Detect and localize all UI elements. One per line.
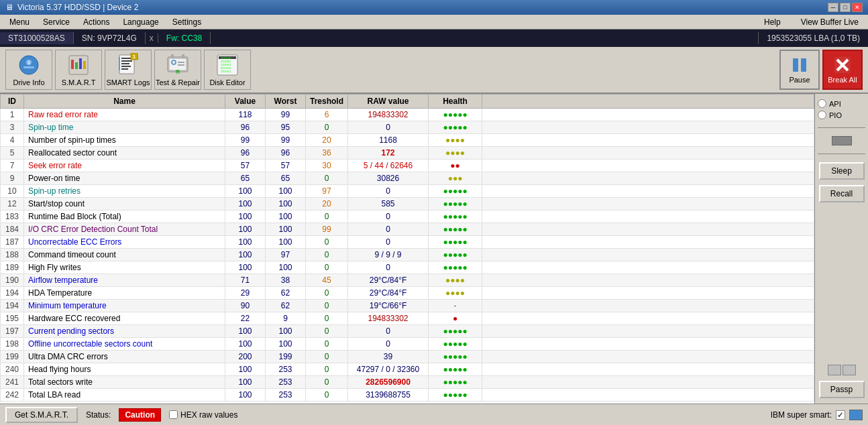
table-row[interactable]: 197 Current pending sectors 100 100 0 0 … bbox=[1, 325, 814, 338]
cell-name: Hardware ECC recovered bbox=[24, 312, 225, 325]
menu-menu[interactable]: Menu bbox=[3, 16, 36, 28]
table-row[interactable]: 3 Spin-up time 96 95 0 0 ●●●●● bbox=[1, 121, 814, 134]
menu-service[interactable]: Service bbox=[36, 16, 76, 28]
cell-value: 99 bbox=[225, 134, 266, 147]
fw-value: CC38 bbox=[182, 34, 203, 43]
cell-health: ●●●● bbox=[429, 287, 482, 300]
cell-extra bbox=[482, 160, 814, 172]
right-panel: API PIO Sleep Recall Passp bbox=[814, 94, 868, 404]
smart-label: S.M.A.R.T bbox=[62, 78, 96, 86]
close-drive-button[interactable]: x bbox=[146, 34, 158, 43]
cell-name: Airflow temperature bbox=[24, 274, 225, 287]
table-row[interactable]: 4 Number of spin-up times 99 99 20 1168 … bbox=[1, 134, 814, 147]
cell-name: Ultra DMA CRC errors bbox=[24, 351, 225, 363]
cell-value: 100 bbox=[225, 376, 266, 389]
table-row[interactable]: 194 HDA Temperature 29 62 0 29°C/84°F ●●… bbox=[1, 287, 814, 300]
table-row[interactable]: 242 Total LBA read 100 253 0 3139688755 … bbox=[1, 389, 814, 402]
table-row[interactable]: 199 Ultra DMA CRC errors 200 199 0 39 ●●… bbox=[1, 351, 814, 363]
menu-actions[interactable]: Actions bbox=[76, 16, 116, 28]
table-row[interactable]: 240 Head flying hours 100 253 0 47297 / … bbox=[1, 363, 814, 376]
table-row[interactable]: 195 Hardware ECC recovered 22 9 0 194833… bbox=[1, 312, 814, 325]
pio-radio[interactable]: PIO bbox=[818, 111, 865, 119]
recall-button[interactable]: Recall bbox=[819, 185, 865, 202]
ibm-checkbox[interactable]: ✓ bbox=[836, 410, 845, 420]
cell-health: ●●●●● bbox=[429, 210, 482, 223]
smart-logs-icon: 0 1 bbox=[116, 53, 140, 77]
cell-value: 22 bbox=[225, 312, 266, 325]
cell-threshold: 6 bbox=[306, 109, 348, 121]
pause-button[interactable]: Pause bbox=[779, 50, 820, 90]
status-bar: Get S.M.A.R.T. Status: Caution HEX raw v… bbox=[0, 404, 868, 425]
smart-table: ID Name Value Worst Treshold RAW value H… bbox=[0, 94, 814, 402]
table-row[interactable]: 194 Minimum temperature 90 62 0 19°C/66°… bbox=[1, 300, 814, 312]
cell-threshold: 45 bbox=[306, 274, 348, 287]
table-row[interactable]: 184 I/O CRC Error Detection Count Total … bbox=[1, 223, 814, 236]
table-row[interactable]: 183 Runtime Bad Block (Total) 100 100 0 … bbox=[1, 210, 814, 223]
test-repair-button[interactable]: + Test & Repair bbox=[154, 50, 201, 90]
api-radio[interactable]: API bbox=[818, 99, 865, 108]
table-row[interactable]: 187 Uncorrectable ECC Errors 100 100 0 0… bbox=[1, 236, 814, 249]
menu-settings[interactable]: Settings bbox=[166, 16, 208, 28]
cell-health: ●●●● bbox=[429, 147, 482, 160]
table-row[interactable]: 1 Raw read error rate 118 99 6 194833302… bbox=[1, 109, 814, 121]
drive-info-button[interactable]: i Drive Info bbox=[5, 50, 52, 90]
maximize-button[interactable]: □ bbox=[840, 3, 851, 12]
hex-raw-checkbox-group[interactable]: HEX raw values bbox=[169, 410, 237, 420]
cell-id: 10 bbox=[1, 185, 24, 198]
disk-editor-button[interactable]: 1010110 0101001 1100101 0011010 1001011 … bbox=[204, 50, 251, 90]
menu-view-buffer[interactable]: View Buffer Live bbox=[794, 16, 865, 28]
cell-health: ●●●●● bbox=[429, 223, 482, 236]
cell-value: 100 bbox=[225, 210, 266, 223]
cell-health: ●●●● bbox=[429, 274, 482, 287]
pio-radio-input[interactable] bbox=[818, 111, 826, 119]
hex-raw-checkbox[interactable] bbox=[169, 410, 178, 419]
table-row[interactable]: 241 Total sectors write 100 253 0 282659… bbox=[1, 376, 814, 389]
disk-editor-label: Disk Editor bbox=[209, 78, 245, 86]
menu-language[interactable]: Language bbox=[116, 16, 165, 28]
sleep-button[interactable]: Sleep bbox=[819, 162, 865, 180]
pio-label: PIO bbox=[829, 111, 842, 119]
cell-value: 100 bbox=[225, 236, 266, 249]
table-row[interactable]: 9 Power-on time 65 65 0 30826 ●●● bbox=[1, 172, 814, 185]
break-all-button[interactable]: Break All bbox=[822, 50, 863, 90]
table-row[interactable]: 198 Offline uncorrectable sectors count … bbox=[1, 338, 814, 351]
color-bars bbox=[828, 365, 856, 375]
cell-threshold: 0 bbox=[306, 236, 348, 249]
smart-table-area[interactable]: ID Name Value Worst Treshold RAW value H… bbox=[0, 94, 814, 404]
cell-name: Head flying hours bbox=[24, 363, 225, 376]
table-row[interactable]: 5 Reallocated sector count 96 96 36 172 … bbox=[1, 147, 814, 160]
table-row[interactable]: 12 Start/stop count 100 100 20 585 ●●●●● bbox=[1, 198, 814, 210]
cell-health: ●●●●● bbox=[429, 185, 482, 198]
cell-raw: 0 bbox=[348, 210, 429, 223]
cell-id: 194 bbox=[1, 287, 24, 300]
table-row[interactable]: 189 High Fly writes 100 100 0 0 ●●●●● bbox=[1, 261, 814, 274]
divider-2 bbox=[818, 154, 865, 154]
close-button[interactable]: ✕ bbox=[852, 3, 863, 12]
cell-raw: 0 bbox=[348, 185, 429, 198]
cell-value: 100 bbox=[225, 261, 266, 274]
serial-number: SN: 9VP72L4G bbox=[74, 32, 146, 44]
table-row[interactable]: 190 Airflow temperature 71 38 45 29°C/84… bbox=[1, 274, 814, 287]
cell-raw: 19°C/66°F bbox=[348, 300, 429, 312]
cell-raw: 0 bbox=[348, 121, 429, 134]
menu-help[interactable]: Help bbox=[757, 16, 788, 28]
cell-threshold: 30 bbox=[306, 160, 348, 172]
cell-worst: 253 bbox=[266, 376, 306, 389]
cell-id: 12 bbox=[1, 198, 24, 210]
passp-button[interactable]: Passp bbox=[819, 381, 865, 398]
table-row[interactable]: 10 Spin-up retries 100 100 97 0 ●●●●● bbox=[1, 185, 814, 198]
svg-rect-26 bbox=[182, 54, 184, 58]
get-smart-button[interactable]: Get S.M.A.R.T. bbox=[5, 407, 78, 423]
smart-button[interactable]: S.M.A.R.T bbox=[55, 50, 102, 90]
col-header-threshold: Treshold bbox=[306, 95, 348, 109]
minimize-button[interactable]: ─ bbox=[828, 3, 838, 12]
cell-health: ●●●●● bbox=[429, 363, 482, 376]
table-row[interactable]: 7 Seek error rate 57 57 30 5 / 44 / 6264… bbox=[1, 160, 814, 172]
smart-logs-button[interactable]: 0 1 SMART Logs bbox=[105, 50, 152, 90]
api-radio-input[interactable] bbox=[818, 99, 826, 108]
cell-name: Spin-up time bbox=[24, 121, 225, 134]
cell-worst: 100 bbox=[266, 198, 306, 210]
color-box-1 bbox=[828, 365, 841, 375]
table-row[interactable]: 188 Command timeout count 100 97 0 9 / 9… bbox=[1, 249, 814, 261]
cell-name: Minimum temperature bbox=[24, 300, 225, 312]
